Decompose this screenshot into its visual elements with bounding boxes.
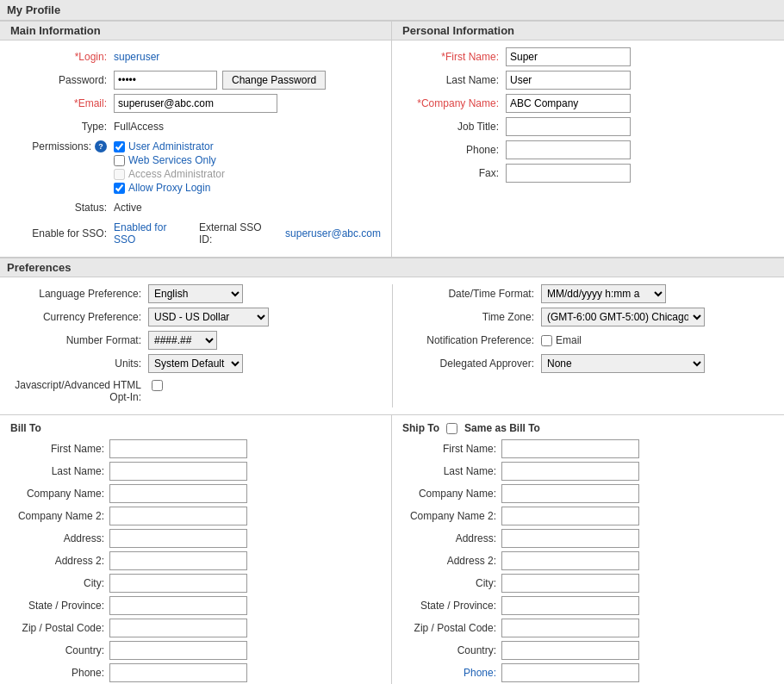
bill-country-label: Country:: [10, 644, 109, 656]
type-label: Type:: [10, 121, 114, 133]
email-input[interactable]: [114, 94, 277, 113]
bill-zip-label: Zip / Postal Code:: [10, 622, 109, 634]
same-as-bill-checkbox[interactable]: [446, 423, 457, 434]
ship-country-label: Country:: [402, 644, 501, 656]
personal-info-header: Personal Information: [392, 21, 784, 40]
bill-address2-input[interactable]: [109, 551, 247, 570]
status-value: Active: [114, 202, 142, 214]
datetime-format-select[interactable]: MM/dd/yyyy h:mm a dd/MM/yyyy h:mm a: [541, 284, 666, 303]
ship-first-name-label: First Name:: [402, 443, 501, 455]
notification-email-checkbox[interactable]: [541, 335, 552, 346]
language-select[interactable]: English French Spanish: [148, 284, 243, 303]
number-format-select[interactable]: ####.## #,###.##: [148, 331, 217, 350]
ship-first-name-input[interactable]: [501, 439, 639, 458]
preferences-header: Preferences: [0, 258, 784, 277]
job-title-label: Job Title:: [402, 121, 506, 133]
first-name-label: *First Name:: [402, 51, 506, 63]
fax-label: Fax:: [402, 167, 506, 179]
perm-web-services: Web Services Only: [114, 154, 225, 166]
ship-state-input[interactable]: [501, 596, 639, 615]
ship-zip-input[interactable]: [501, 619, 639, 637]
ship-address2-input[interactable]: [501, 551, 639, 570]
timezone-select[interactable]: (GMT-6:00 GMT-5:00) Chicago (GMT-5:00 GM…: [541, 308, 705, 326]
units-label: Units:: [10, 358, 148, 370]
ship-company2-input[interactable]: [501, 507, 639, 525]
bill-company2-input[interactable]: [109, 507, 247, 525]
change-password-button[interactable]: Change Password: [222, 71, 326, 90]
fax-input[interactable]: [506, 164, 631, 183]
ship-address-label: Address:: [402, 532, 501, 544]
bill-to-header: Bill To: [10, 422, 41, 434]
bill-state-label: State / Province:: [10, 600, 109, 612]
bill-country-input[interactable]: [109, 641, 247, 660]
units-select[interactable]: System Default Imperial Metric: [148, 354, 243, 373]
bill-zip-input[interactable]: [109, 619, 247, 637]
perm-access-admin-label: Access Administrator: [128, 168, 225, 180]
bill-city-label: City:: [10, 577, 109, 589]
main-info-header: Main Information: [0, 21, 391, 40]
ship-phone-input[interactable]: [501, 663, 639, 682]
ship-last-name-label: Last Name:: [402, 465, 501, 477]
bill-company2-label: Company Name 2:: [10, 510, 109, 522]
company-name-input[interactable]: [506, 94, 631, 113]
number-format-label: Number Format:: [10, 334, 148, 346]
ship-to-header: Ship To: [402, 422, 439, 434]
ship-phone-label: Phone:: [402, 667, 501, 679]
last-name-input[interactable]: [506, 71, 631, 90]
type-value: FullAccess: [114, 121, 164, 133]
bill-address-input[interactable]: [109, 529, 247, 548]
ship-country-input[interactable]: [501, 641, 639, 660]
bill-state-input[interactable]: [109, 596, 247, 615]
bill-phone-label: Phone:: [10, 667, 109, 679]
ship-address2-label: Address 2:: [402, 555, 501, 567]
ship-state-label: State / Province:: [402, 600, 501, 612]
perm-web-services-checkbox[interactable]: [114, 155, 125, 166]
currency-select[interactable]: USD - US Dollar EUR - Euro: [148, 308, 269, 326]
page-title: My Profile: [0, 0, 784, 21]
bill-address2-label: Address 2:: [10, 555, 109, 567]
job-title-input[interactable]: [506, 117, 631, 136]
language-pref-label: Language Preference:: [10, 288, 148, 300]
permissions-label: Permissions:: [32, 140, 91, 152]
bill-last-name-input[interactable]: [109, 462, 247, 481]
phone-input[interactable]: [506, 140, 631, 159]
login-label: *Login:: [10, 51, 114, 63]
bill-city-input[interactable]: [109, 574, 247, 593]
ship-address-input[interactable]: [501, 529, 639, 548]
delegated-approver-select[interactable]: None: [541, 354, 705, 373]
sso-label: Enable for SSO:: [10, 227, 114, 239]
password-label: Password:: [10, 74, 114, 86]
perm-allow-proxy-label: Allow Proxy Login: [128, 182, 210, 194]
perm-web-services-label: Web Services Only: [128, 154, 216, 166]
js-optin-label: Javascript/Advanced HTML Opt-In:: [10, 377, 148, 403]
bill-address-label: Address:: [10, 532, 109, 544]
same-as-bill-label: Same as Bill To: [464, 422, 540, 434]
password-input[interactable]: [114, 71, 217, 90]
last-name-label: Last Name:: [402, 74, 506, 86]
sso-value: Enabled for SSO: [114, 221, 185, 246]
sso-external-value: superuser@abc.com: [285, 227, 381, 239]
email-label: *Email:: [10, 97, 114, 109]
company-name-label: *Company Name:: [402, 97, 506, 109]
ship-company2-label: Company Name 2:: [402, 510, 501, 522]
ship-company-input[interactable]: [501, 484, 639, 503]
delegated-approver-label: Delegated Approver:: [403, 358, 541, 370]
first-name-input[interactable]: [506, 47, 631, 66]
bill-company-label: Company Name:: [10, 488, 109, 500]
timezone-label: Time Zone:: [403, 311, 541, 323]
ship-zip-label: Zip / Postal Code:: [402, 622, 501, 634]
js-optin-checkbox[interactable]: [152, 380, 163, 391]
help-icon[interactable]: ?: [95, 140, 107, 152]
perm-user-admin: User Administrator: [114, 140, 225, 152]
ship-city-input[interactable]: [501, 574, 639, 593]
perm-allow-proxy-checkbox[interactable]: [114, 183, 125, 194]
perm-access-admin-checkbox[interactable]: [114, 169, 125, 180]
bill-company-input[interactable]: [109, 484, 247, 503]
sso-external-label: External SSO ID:: [199, 221, 271, 246]
ship-last-name-input[interactable]: [501, 462, 639, 481]
status-label: Status:: [10, 202, 114, 214]
bill-first-name-input[interactable]: [109, 439, 247, 458]
perm-user-admin-checkbox[interactable]: [114, 141, 125, 152]
bill-phone-input[interactable]: [109, 663, 247, 682]
login-value: superuser: [114, 51, 159, 63]
